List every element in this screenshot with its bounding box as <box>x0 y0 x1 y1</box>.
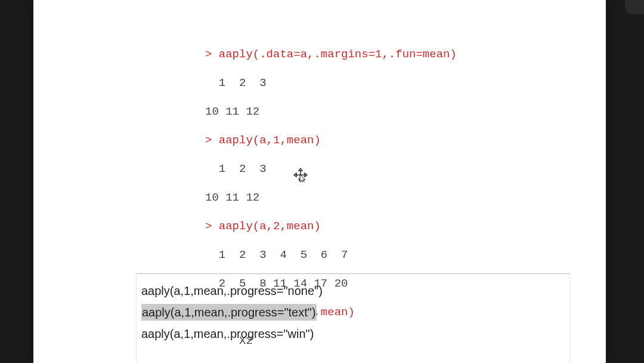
console-output-line: 1 2 3 <box>205 76 457 90</box>
mini-console: > aaply(a,1,mean,.progress="none") 1 2 3 <box>141 353 565 363</box>
highlight-span: aaply(a,1,mean,.progress="text") <box>141 304 317 321</box>
overlay-pill <box>625 0 644 14</box>
document-page: > aaply(.data=a,.margins=1,.fun=mean) 1 … <box>33 0 606 363</box>
viewport: > aaply(.data=a,.margins=1,.fun=mean) 1 … <box>0 0 644 363</box>
console-output-line: 10 11 12 <box>205 104 457 119</box>
console-output-line: 1 2 3 4 5 6 7 <box>205 248 457 262</box>
code-line: aaply(a,1,mean,.progress="win") <box>141 323 565 344</box>
code-line: aaply(a,1,mean,.progress="none") <box>141 280 565 302</box>
console-command: > aaply(.data=a,.margins=1,.fun=mean) <box>205 47 457 61</box>
console-output-line: 1 2 3 <box>205 162 457 176</box>
console-command: > aaply(a,1,mean) <box>205 133 457 147</box>
console-command: > aaply(a,2,mean) <box>205 219 457 233</box>
code-line-highlighted: aaply(a,1,mean,.progress="text") <box>141 302 317 323</box>
progress-examples-block: aaply(a,1,mean,.progress="none") aaply(a… <box>136 273 570 363</box>
console-output-line: 10 11 12 <box>205 190 457 205</box>
